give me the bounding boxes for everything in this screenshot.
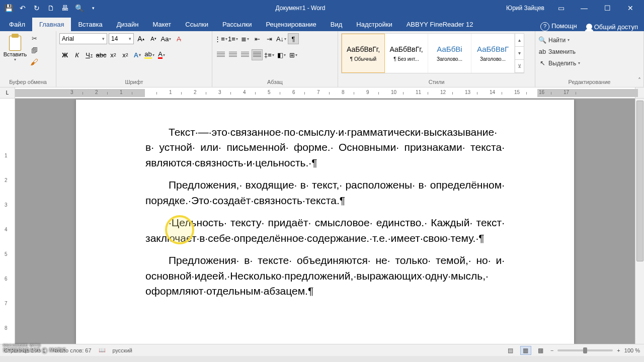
preview-icon[interactable]: 🔍 bbox=[72, 2, 86, 14]
indent-dec-icon[interactable]: ⇤ bbox=[252, 33, 263, 44]
align-left-icon[interactable] bbox=[215, 49, 226, 60]
indent-inc-icon[interactable]: ⇥ bbox=[264, 33, 275, 44]
document-canvas[interactable]: Текст·—·это·связанное·по·смыслу·и·грамма… bbox=[15, 99, 635, 344]
collapse-ribbon-icon[interactable]: ˄ bbox=[638, 77, 641, 84]
italic-button[interactable]: К bbox=[71, 49, 83, 60]
tell-me[interactable]: Помощн bbox=[540, 22, 577, 31]
tab-selector[interactable]: L bbox=[0, 87, 15, 98]
document-title: Документ1 - Word bbox=[100, 5, 501, 12]
zoom-in-icon[interactable]: + bbox=[617, 347, 620, 353]
shading-icon[interactable]: ◧ bbox=[276, 49, 287, 60]
bullets-icon[interactable]: ⋮≡ bbox=[215, 33, 226, 44]
clear-format-icon[interactable]: A̶ bbox=[173, 33, 184, 44]
tab-review[interactable]: Рецензирование bbox=[259, 18, 323, 31]
view-read-icon[interactable]: ▤ bbox=[505, 346, 516, 355]
highlight-icon[interactable]: ab bbox=[144, 49, 155, 60]
style-gallery[interactable]: АаБбВвГг,¶ ОбычныйАаБбВвГг,¶ Без инт...А… bbox=[341, 33, 524, 73]
paragraph[interactable]: ·Цельность· тексту· придаёт· смысловое· … bbox=[145, 215, 505, 246]
horizontal-ruler: L 3211234567891011121314151617 bbox=[0, 87, 644, 99]
align-right-icon[interactable] bbox=[239, 49, 251, 60]
paragraph[interactable]: Предложения,· входящие· в· текст,· распо… bbox=[145, 177, 505, 208]
text-effects-icon[interactable]: A bbox=[132, 49, 143, 60]
user-name[interactable]: Юрий Зайцев bbox=[501, 5, 549, 12]
superscript-button[interactable]: x2 bbox=[120, 49, 131, 60]
hruler-scale[interactable]: 3211234567891011121314151617 bbox=[15, 87, 635, 98]
share-button[interactable]: Общий доступ bbox=[586, 23, 638, 31]
font-name-combo[interactable]: Arial▾ bbox=[59, 33, 107, 44]
close-icon[interactable]: ✕ bbox=[619, 1, 642, 16]
scroll-thumb[interactable] bbox=[636, 101, 643, 261]
tab-insert[interactable]: Вставка bbox=[71, 18, 109, 31]
paragraph[interactable]: Предложения· в· тексте· объединяются· не… bbox=[145, 253, 505, 299]
borders-icon[interactable]: ⊞ bbox=[288, 49, 299, 60]
format-painter-icon[interactable]: 🖌 bbox=[29, 57, 39, 67]
qat-more-icon[interactable]: ▾ bbox=[87, 2, 100, 14]
save-icon[interactable]: 💾 bbox=[2, 2, 15, 14]
proofing-icon[interactable]: 📖 bbox=[99, 347, 106, 353]
tab-design[interactable]: Дизайн bbox=[110, 18, 146, 31]
grow-font-icon[interactable]: A▴ bbox=[135, 33, 146, 44]
find-button[interactable]: 🔍Найти ▾ bbox=[538, 35, 570, 45]
zoom-knob[interactable] bbox=[583, 347, 587, 353]
replace-button[interactable]: abЗаменить bbox=[538, 47, 576, 56]
paragraph[interactable]: Текст·—·это·связанное·по·смыслу·и·грамма… bbox=[145, 125, 505, 170]
font-color-icon[interactable]: A bbox=[156, 49, 167, 60]
tab-layout[interactable]: Макет bbox=[145, 18, 178, 31]
status-language[interactable]: русский bbox=[113, 347, 132, 353]
undo-icon[interactable]: ↶ bbox=[16, 2, 29, 14]
subscript-button[interactable]: x2 bbox=[108, 49, 119, 60]
numbering-icon[interactable]: 1≡ bbox=[227, 33, 238, 44]
replace-icon: ab bbox=[538, 48, 546, 55]
tab-addins[interactable]: Надстройки bbox=[349, 18, 399, 31]
tab-file[interactable]: Файл bbox=[2, 18, 32, 31]
font-size-combo[interactable]: 14▾ bbox=[109, 33, 134, 44]
gallery-up-icon[interactable]: ▴ bbox=[515, 34, 524, 47]
ribbon-tabs: Файл Главная Вставка Дизайн Макет Ссылки… bbox=[0, 16, 644, 31]
zoom-out-icon[interactable]: − bbox=[550, 347, 553, 353]
maximize-icon[interactable]: ☐ bbox=[596, 1, 619, 16]
style-item[interactable]: АаБбВвГг,¶ Обычный bbox=[342, 34, 385, 73]
print-icon[interactable]: 🖶 bbox=[58, 2, 71, 14]
tab-references[interactable]: Ссылки bbox=[178, 18, 215, 31]
vertical-ruler[interactable]: 12345678 bbox=[0, 99, 15, 344]
tab-view[interactable]: Вид bbox=[324, 18, 350, 31]
change-case-icon[interactable]: Aa bbox=[160, 33, 172, 44]
vertical-scrollbar[interactable] bbox=[635, 99, 644, 344]
bold-button[interactable]: Ж bbox=[59, 49, 70, 60]
redo-icon[interactable]: ↻ bbox=[30, 2, 43, 14]
zoom-value[interactable]: 100 % bbox=[624, 347, 640, 353]
style-item[interactable]: АаБбВіЗаголово... bbox=[428, 34, 471, 73]
strike-button[interactable]: abc bbox=[96, 49, 107, 60]
style-item[interactable]: АаБбВвГЗаголово... bbox=[471, 34, 515, 73]
style-item[interactable]: АаБбВвГг,¶ Без инт... bbox=[385, 34, 428, 73]
view-print-icon[interactable]: ▦ bbox=[520, 346, 531, 355]
new-doc-icon[interactable]: 🗋 bbox=[44, 2, 57, 14]
select-button[interactable]: ↖Выделить ▾ bbox=[538, 58, 580, 68]
search-icon: 🔍 bbox=[538, 36, 546, 44]
underline-button[interactable]: Ч bbox=[84, 49, 95, 60]
tab-home[interactable]: Главная bbox=[32, 18, 71, 31]
sort-icon[interactable]: A↓ bbox=[276, 33, 287, 44]
cut-icon[interactable]: ✂ bbox=[29, 33, 39, 43]
ribbon-options-icon[interactable]: ▭ bbox=[549, 1, 573, 16]
tab-mailings[interactable]: Рассылки bbox=[215, 18, 259, 31]
shrink-font-icon[interactable]: A▾ bbox=[148, 33, 159, 44]
gallery-more-icon[interactable]: ⊻ bbox=[515, 60, 524, 73]
paste-button[interactable]: Вставить ▾ bbox=[3, 33, 27, 62]
clipboard-group-label: Буфер обмена bbox=[3, 79, 53, 86]
line-spacing-icon[interactable]: ‡≡ bbox=[264, 49, 275, 60]
group-editing: 🔍Найти ▾ abЗаменить ↖Выделить ▾ Редактир… bbox=[535, 31, 644, 87]
multilevel-icon[interactable]: ≣ bbox=[239, 33, 251, 44]
copy-icon[interactable]: 🗐 bbox=[29, 45, 39, 55]
font-size-value: 14 bbox=[111, 35, 118, 42]
view-web-icon[interactable]: ▩ bbox=[535, 346, 546, 355]
tab-abbyy[interactable]: ABBYY FineReader 12 bbox=[399, 18, 480, 31]
minimize-icon[interactable]: — bbox=[573, 1, 596, 16]
align-center-icon[interactable] bbox=[227, 49, 238, 60]
justify-icon[interactable] bbox=[252, 49, 263, 60]
group-clipboard: Вставить ▾ ✂ 🗐 🖌 Буфер обмена bbox=[0, 31, 56, 87]
page[interactable]: Текст·—·это·связанное·по·смыслу·и·грамма… bbox=[76, 100, 574, 344]
show-marks-button[interactable]: ¶ bbox=[288, 33, 299, 44]
gallery-down-icon[interactable]: ▾ bbox=[515, 47, 524, 60]
zoom-slider[interactable] bbox=[557, 349, 613, 351]
